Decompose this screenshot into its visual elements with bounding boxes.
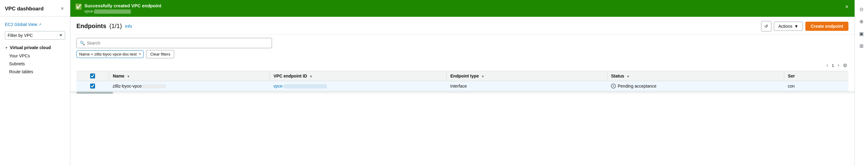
section-label: Virtual private cloud	[10, 45, 51, 50]
row-checkbox-cell	[76, 81, 109, 91]
table-row: zilliz-byoc-vpce vpce- Interface	[76, 81, 848, 91]
pagination-row: ‹ 1 › ⚙	[76, 61, 848, 71]
sidebar-section-virtual-private-cloud[interactable]: ▼ Virtual private cloud	[0, 43, 70, 52]
row-status-text: Pending acceptance	[618, 84, 656, 89]
table-settings-button[interactable]: ⚙	[842, 62, 848, 69]
search-box: 🔍	[76, 38, 272, 48]
right-panel-icons: ⊙ ⊕ ▣ ⊞	[855, 0, 868, 166]
select-all-checkbox[interactable]	[90, 73, 95, 78]
right-icon-3[interactable]: ▣	[856, 28, 867, 39]
table-header-row: Name ▼ VPC endpoint ID ▼ Endpoint type ▼	[76, 71, 848, 81]
banner-subtitle: vpce-	[84, 9, 841, 14]
settings-icon: ⚙	[843, 63, 847, 68]
th-vpc-endpoint-id: VPC endpoint ID ▼	[270, 71, 446, 81]
page-title-row: Endpoints (1/1) Info	[76, 23, 132, 30]
th-vpc-id-label: VPC endpoint ID	[274, 73, 307, 78]
banner-content: Successfully created VPC endpoint vpce-	[84, 3, 841, 14]
success-banner: ✅ Successfully created VPC endpoint vpce…	[70, 0, 855, 17]
th-vpc-id-sort-icon[interactable]: ▼	[310, 75, 313, 78]
sidebar-item-your-vpcs[interactable]: Your VPCs	[0, 52, 70, 60]
sidebar-close-button[interactable]: ×	[59, 5, 65, 12]
filter-tag: Name = zilliz-byoc-vpce-doc-test ×	[76, 51, 144, 58]
success-check-icon: ✅	[75, 3, 82, 10]
sidebar-item-ec2-global-view[interactable]: EC2 Global View ↗	[0, 20, 70, 29]
actions-label: Actions	[778, 24, 793, 29]
right-icon-1[interactable]: ⊙	[856, 4, 867, 15]
th-service-label: Ser	[788, 73, 795, 78]
right-icon-1-symbol: ⊙	[860, 6, 863, 12]
row-vpc-id-link[interactable]: vpce-	[273, 84, 327, 89]
row-name-prefix: zilliz-byoc-vpce	[113, 84, 142, 89]
row-status-cell: Pending acceptance	[607, 81, 784, 91]
endpoints-table: Name ▼ VPC endpoint ID ▼ Endpoint type ▼	[76, 71, 848, 91]
row-checkbox[interactable]	[90, 84, 95, 89]
right-icon-2-symbol: ⊕	[860, 19, 863, 24]
pagination-next-button[interactable]: ›	[837, 62, 840, 69]
sidebar-header: VPC dashboard ×	[0, 0, 70, 16]
th-name-sort-icon[interactable]: ▼	[127, 75, 130, 78]
th-endpoint-type: Endpoint type ▼	[446, 71, 607, 81]
scroll-hint	[70, 91, 855, 94]
search-area: 🔍	[70, 35, 855, 50]
content-area: Endpoints (1/1) Info ↺ Actions ▼ Create …	[70, 17, 855, 166]
filter-tag-text: Name = zilliz-byoc-vpce-doc-test	[79, 52, 136, 57]
banner-close-button[interactable]: ×	[844, 3, 850, 11]
refresh-icon: ↺	[765, 24, 768, 29]
th-service: Ser	[784, 71, 848, 81]
sidebar: VPC dashboard × EC2 Global View ↗ Filter…	[0, 0, 70, 166]
row-endpoint-type: Interface	[450, 84, 467, 89]
section-chevron-icon: ▼	[5, 46, 8, 49]
main-content: ✅ Successfully created VPC endpoint vpce…	[70, 0, 855, 166]
row-service-prefix: con	[788, 84, 795, 89]
page-header: Endpoints (1/1) Info ↺ Actions ▼ Create …	[70, 17, 855, 35]
th-status-label: Status	[611, 73, 624, 78]
row-vpc-id-redacted	[284, 84, 327, 89]
th-endpoint-type-label: Endpoint type	[451, 73, 479, 78]
right-icon-2[interactable]: ⊕	[856, 16, 867, 27]
actions-chevron-icon: ▼	[794, 24, 799, 29]
status-pending-dot	[613, 86, 614, 87]
row-vpc-id-cell: vpce-	[270, 81, 446, 91]
right-icon-3-symbol: ▣	[859, 31, 864, 37]
page-count: (1/1)	[110, 23, 122, 30]
clear-filters-button[interactable]: Clear filters	[146, 50, 174, 58]
th-name-label: Name	[113, 73, 124, 78]
pagination-prev-button[interactable]: ‹	[825, 62, 829, 69]
th-checkbox	[76, 71, 109, 81]
page-title: Endpoints	[76, 23, 106, 30]
banner-subtitle-redacted	[94, 9, 131, 14]
th-name: Name ▼	[109, 71, 270, 81]
banner-title: Successfully created VPC endpoint	[84, 3, 841, 8]
refresh-button[interactable]: ↺	[761, 21, 771, 31]
sidebar-item-subnets[interactable]: Subnets	[0, 60, 70, 68]
search-input[interactable]	[87, 41, 269, 45]
row-service-cell: con	[784, 81, 848, 91]
row-name-cell: zilliz-byoc-vpce	[109, 81, 270, 91]
search-icon: 🔍	[80, 41, 85, 45]
ec2-global-view-label: EC2 Global View	[5, 22, 37, 27]
header-actions: ↺ Actions ▼ Create endpoint	[761, 21, 848, 31]
actions-button[interactable]: Actions ▼	[774, 22, 803, 31]
row-status: Pending acceptance	[611, 84, 781, 89]
th-status: Status ▼	[607, 71, 784, 81]
th-endpoint-type-sort-icon[interactable]: ▼	[482, 75, 485, 78]
scroll-thumb[interactable]	[76, 92, 113, 94]
external-link-icon: ↗	[38, 23, 41, 27]
sidebar-item-route-tables[interactable]: Route tables	[0, 68, 70, 76]
sidebar-nav: EC2 Global View ↗ Filter by VPC ▼ Virtua…	[0, 16, 70, 79]
create-endpoint-button[interactable]: Create endpoint	[805, 22, 848, 31]
right-icon-4[interactable]: ⊞	[856, 40, 867, 51]
sidebar-filter: Filter by VPC	[5, 31, 65, 40]
sidebar-title: VPC dashboard	[5, 6, 44, 12]
filter-tag-clear-button[interactable]: ×	[138, 52, 141, 56]
banner-subtitle-prefix: vpce-	[84, 9, 94, 13]
filter-area: Name = zilliz-byoc-vpce-doc-test × Clear…	[70, 50, 855, 61]
right-icon-4-symbol: ⊞	[860, 43, 863, 49]
info-link[interactable]: Info	[125, 24, 132, 29]
filter-by-vpc-select[interactable]: Filter by VPC	[5, 31, 65, 40]
page-number: 1	[830, 63, 835, 68]
row-endpoint-type-cell: Interface	[446, 81, 607, 91]
th-status-sort-icon[interactable]: ▼	[626, 75, 630, 78]
table-container: ‹ 1 › ⚙ Name	[70, 61, 855, 91]
status-pending-icon	[611, 84, 616, 89]
